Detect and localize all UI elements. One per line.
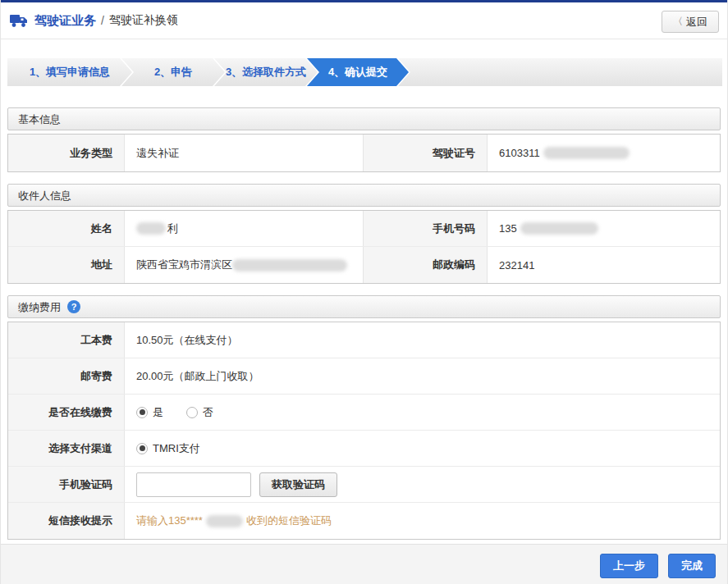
radio-selected-icon[interactable] (136, 407, 148, 418)
name-value: 利 (125, 211, 363, 246)
section-recipient-header: 收件人信息 (7, 184, 721, 207)
finish-button[interactable]: 完成 (668, 554, 716, 578)
name-label: 姓名 (8, 211, 125, 246)
step-tabs: 1、填写申请信息 2、申告 3、选择取件方式 4、确认提交 (1, 58, 727, 86)
postage-value: 20.00元（邮政上门收取） (125, 358, 720, 394)
page: 驾驶证业务 / 驾驶证补换领 〈 返回 1、填写申请信息 2、申告 3、选择取件… (0, 0, 728, 584)
section-basic-title: 基本信息 (18, 108, 61, 130)
table-row: 选择支付渠道 TMRI支付 (8, 431, 720, 467)
section-payment-title: 缴纳费用 (18, 296, 61, 318)
table-row: 短信接收提示 请输入135****收到的短信验证码 (8, 503, 720, 539)
license-number-label: 驾驶证号 (363, 135, 488, 171)
sms-hint-text: 请输入135****收到的短信验证码 (125, 503, 720, 539)
radio-unselected-icon[interactable] (186, 407, 198, 418)
license-number-value: 6103311 (488, 135, 720, 171)
tab-step-3[interactable]: 3、选择取件方式 (214, 58, 318, 86)
sms-code-label: 手机验证码 (8, 467, 125, 502)
table-row: 业务类型 遗失补证 驾驶证号 6103311 (8, 135, 720, 171)
help-icon[interactable]: ? (67, 300, 80, 313)
online-pay-label: 是否在线缴费 (8, 395, 125, 430)
address-label: 地址 (8, 247, 125, 283)
pay-channel-tmri-label: TMRI支付 (153, 441, 200, 456)
breadcrumb-separator: / (101, 14, 104, 27)
section-recipient-title: 收件人信息 (18, 185, 71, 207)
back-chevron-icon: 〈 (673, 15, 683, 29)
table-row: 是否在线缴费 是 否 (8, 395, 720, 431)
radio-selected-icon[interactable] (136, 443, 148, 454)
previous-step-button[interactable]: 上一步 (600, 554, 658, 578)
work-fee-label: 工本费 (8, 322, 125, 358)
table-row: 邮寄费 20.00元（邮政上门收取） (8, 358, 720, 395)
table-row: 手机验证码 获取验证码 (8, 467, 720, 503)
redaction-blur (206, 515, 243, 527)
table-row: 姓名 利 手机号码 135 (8, 211, 720, 247)
sms-code-input[interactable] (136, 472, 251, 497)
payment-table: 工本费 10.50元（在线支付） 邮寄费 20.00元（邮政上门收取） 是否在线… (7, 322, 721, 540)
recipient-info-table: 姓名 利 手机号码 135 地址 陕西省宝鸡市渭滨区 邮政编码 232141 (7, 210, 721, 284)
online-pay-no-option[interactable]: 否 (186, 405, 213, 420)
redaction-blur (232, 259, 347, 271)
address-value: 陕西省宝鸡市渭滨区 (125, 247, 363, 283)
zipcode-label: 邮政编码 (363, 247, 488, 283)
pay-channel-options: TMRI支付 (125, 431, 720, 466)
redaction-blur (136, 222, 166, 235)
table-row: 地址 陕西省宝鸡市渭滨区 邮政编码 232141 (8, 247, 720, 283)
footer-bar: 上一步 完成 (1, 544, 727, 584)
business-type-label: 业务类型 (8, 135, 125, 171)
redaction-blur (520, 222, 598, 235)
back-button-label: 返回 (686, 15, 707, 30)
main-content: 基本信息 业务类型 遗失补证 驾驶证号 6103311 收件人信息 姓名 利 手… (1, 107, 727, 540)
page-header: 驾驶证业务 / 驾驶证补换领 〈 返回 (1, 2, 727, 39)
truck-icon (9, 13, 29, 28)
phone-label: 手机号码 (363, 211, 488, 246)
phone-value: 135 (488, 211, 720, 246)
work-fee-value: 10.50元（在线支付） (125, 322, 720, 358)
back-button[interactable]: 〈 返回 (662, 11, 719, 33)
business-type-value: 遗失补证 (125, 135, 363, 171)
online-pay-options: 是 否 (125, 395, 720, 430)
basic-info-table: 业务类型 遗失补证 驾驶证号 6103311 (7, 134, 721, 172)
online-pay-yes-option[interactable]: 是 (136, 405, 163, 420)
get-code-button[interactable]: 获取验证码 (259, 472, 337, 497)
breadcrumb-current: 驾驶证补换领 (109, 13, 178, 28)
redaction-blur (543, 147, 630, 159)
tab-step-1[interactable]: 1、填写申请信息 (7, 58, 132, 86)
postage-label: 邮寄费 (8, 358, 125, 394)
page-title: 驾驶证业务 (34, 13, 96, 29)
sms-code-controls: 获取验证码 (125, 467, 720, 502)
tab-step-4-active[interactable]: 4、确认提交 (307, 58, 409, 86)
zipcode-value: 232141 (488, 247, 720, 283)
pay-channel-tmri-option[interactable]: TMRI支付 (136, 441, 200, 456)
section-basic-header: 基本信息 (7, 107, 721, 130)
pay-channel-label: 选择支付渠道 (8, 431, 125, 466)
table-row: 工本费 10.50元（在线支付） (8, 322, 720, 358)
tab-step-2[interactable]: 2、申告 (121, 58, 225, 86)
online-pay-no-label: 否 (203, 405, 213, 420)
sms-hint-label: 短信接收提示 (8, 503, 125, 539)
online-pay-yes-label: 是 (153, 405, 163, 420)
step-tabs-filler (398, 58, 722, 86)
section-payment-header: 缴纳费用 ? (7, 295, 721, 318)
